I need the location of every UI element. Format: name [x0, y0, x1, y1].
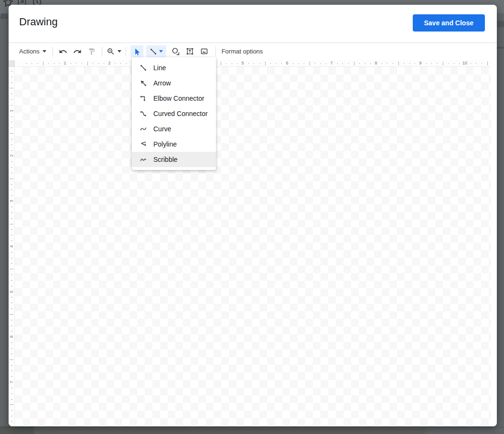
ruler-number: 8 — [375, 61, 377, 65]
ruler-tick — [354, 62, 354, 65]
redo-button[interactable] — [72, 46, 83, 57]
ruler-tick — [310, 62, 310, 65]
ruler-tick — [11, 77, 12, 77]
ruler-tick — [471, 63, 471, 64]
ruler-tick — [11, 263, 12, 264]
backdrop-bottom-right — [425, 428, 504, 434]
horizontal-ruler: 12345678910 — [15, 60, 491, 67]
ruler-number: 2 — [108, 61, 110, 65]
ruler-tick — [11, 258, 12, 258]
ruler-tick — [71, 63, 71, 64]
ruler-tick — [343, 63, 343, 64]
line-menu-item-elbow-connector[interactable]: Elbow Connector — [132, 91, 216, 106]
ruler-tick — [11, 105, 12, 106]
select-tool-button[interactable] — [130, 45, 143, 58]
ruler-tick — [326, 63, 326, 64]
paint-format-button[interactable] — [86, 46, 97, 57]
ruler-tick — [11, 195, 12, 196]
ruler-tick — [259, 63, 260, 64]
ruler-tick — [298, 63, 299, 64]
ruler-tick — [11, 286, 12, 286]
menu-item-label: Line — [153, 64, 166, 72]
menu-item-label: Curve — [153, 125, 171, 133]
dialog-title: Drawing — [19, 16, 58, 28]
backdrop-bottom-left — [0, 426, 34, 434]
ruler-tick — [11, 241, 12, 241]
line-icon — [150, 48, 157, 55]
ruler-tick — [48, 63, 49, 64]
chevron-down-icon — [118, 50, 121, 53]
ruler-tick — [11, 280, 12, 281]
ruler-tick — [11, 320, 12, 320]
ruler-tick — [87, 62, 88, 65]
line-tool-button[interactable] — [146, 45, 166, 58]
ruler-tick — [448, 63, 449, 64]
ruler-tick — [11, 99, 12, 100]
ruler-tick — [11, 376, 12, 377]
ruler-tick — [120, 63, 121, 64]
ruler-number: 5 — [241, 61, 244, 65]
toolbar-divider — [126, 47, 126, 56]
save-and-close-button[interactable]: Save and Close — [413, 14, 485, 32]
ruler-tick — [365, 63, 365, 64]
format-options-button[interactable]: Format options — [222, 48, 263, 55]
ruler-tick — [11, 410, 12, 411]
chevron-down-icon[interactable] — [159, 50, 163, 53]
ruler-tick — [482, 63, 482, 64]
vertical-ruler: 1234567 — [9, 67, 15, 426]
ruler-tick — [304, 63, 304, 64]
ruler-tick — [11, 370, 12, 371]
menu-item-label: Arrow — [153, 79, 171, 87]
line-menu-item-scribble[interactable]: Scribble — [132, 152, 216, 167]
line-tool-menu: LineArrowElbow ConnectorCurved Connector… — [132, 57, 216, 170]
curved-connector-icon — [139, 110, 147, 117]
undo-icon — [59, 47, 67, 56]
ruler-tick — [11, 190, 12, 190]
shape-tool-button[interactable] — [170, 46, 182, 57]
ruler-number: 2 — [9, 153, 14, 158]
ruler-tick — [393, 63, 393, 64]
actions-menu-button[interactable]: Actions — [19, 48, 46, 55]
ruler-tick — [115, 63, 116, 64]
ruler-tick — [426, 63, 427, 64]
toolbar-divider — [102, 47, 102, 56]
ruler-tick — [104, 63, 104, 64]
ruler-tick — [232, 63, 232, 64]
chevron-down-icon — [43, 50, 46, 53]
drawing-toolbar: Actions — [9, 43, 497, 60]
line-menu-item-line[interactable]: Line — [132, 60, 216, 75]
undo-button[interactable] — [57, 46, 69, 57]
ruler-tick — [10, 88, 13, 88]
menu-item-label: Curved Connector — [153, 110, 208, 117]
text-box-tool-button[interactable] — [184, 46, 196, 57]
ruler-tick — [487, 62, 488, 65]
ruler-tick — [32, 63, 32, 64]
elbow-connector-icon — [139, 95, 147, 102]
ruler-tick — [415, 63, 415, 64]
ruler-tick — [11, 348, 12, 349]
drawing-dialog: Drawing Save and Close Actions — [9, 5, 497, 426]
image-tool-button[interactable] — [199, 46, 210, 57]
ruler-tick — [11, 173, 12, 173]
canvas-gutter — [491, 60, 497, 426]
ruler-tick — [437, 63, 438, 64]
line-menu-item-curve[interactable]: Curve — [132, 121, 216, 137]
toolbar-divider — [215, 47, 216, 56]
zoom-button[interactable] — [107, 47, 121, 56]
line-menu-item-arrow[interactable]: Arrow — [132, 75, 216, 91]
ruler-number: 5 — [9, 289, 14, 294]
ruler-tick — [10, 133, 13, 134]
ruler-tick — [11, 207, 12, 207]
drawing-canvas[interactable] — [15, 67, 491, 426]
cursor-icon — [132, 47, 141, 56]
ruler-corner — [9, 60, 15, 67]
ruler-tick — [11, 161, 12, 162]
ruler-tick — [248, 63, 249, 64]
ruler-tick — [11, 388, 12, 388]
line-menu-item-curved-connector[interactable]: Curved Connector — [132, 106, 216, 121]
ruler-tick — [221, 62, 221, 65]
zoom-in-icon — [107, 47, 115, 56]
ruler-tick — [476, 63, 476, 64]
ruler-tick — [276, 63, 277, 64]
line-menu-item-polyline[interactable]: Polyline — [132, 137, 216, 152]
